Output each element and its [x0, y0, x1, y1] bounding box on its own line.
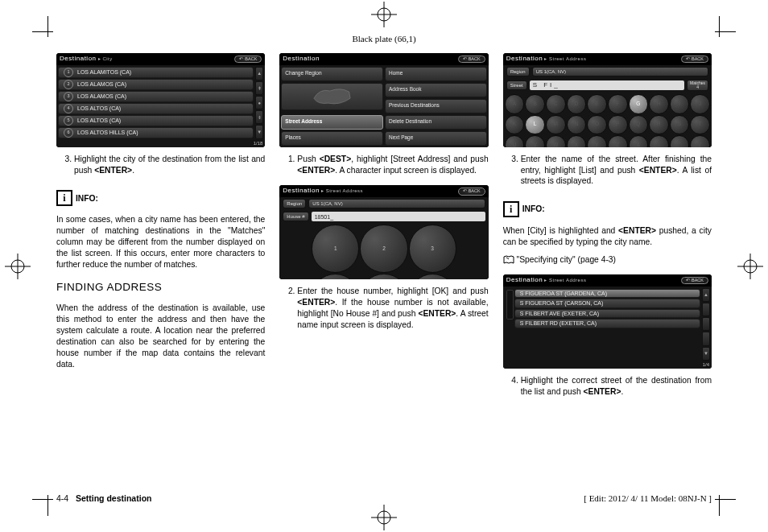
back-button[interactable]: ↶ BACK — [458, 188, 485, 195]
key-W: W — [546, 135, 566, 147]
city-row[interactable]: 3LOS ALAMOS (CA) — [58, 91, 254, 102]
key-G[interactable]: G — [629, 94, 649, 114]
key-P: P — [608, 115, 628, 135]
key-6[interactable]: 6 — [409, 274, 456, 280]
menu-map[interactable] — [281, 83, 383, 110]
menu-delete-dest[interactable]: Delete Destination — [385, 115, 487, 130]
svg-point-9 — [378, 511, 390, 524]
column-1: Destination ▸ City ↶ BACK 1LOS ALAMITOS … — [56, 53, 265, 489]
street-input[interactable]: S FI_ — [530, 80, 684, 90]
key-': ' — [670, 135, 690, 147]
section-title: Setting destination — [76, 493, 152, 503]
street-row[interactable]: S FILBERT AVE (EXETER, CA) — [514, 309, 700, 318]
menu-street-address[interactable]: Street Address — [281, 115, 383, 130]
city-row[interactable]: 6LOS ALTOS HILLS (CA) — [58, 127, 254, 138]
key-3[interactable]: 3 — [409, 225, 456, 272]
key-1[interactable]: 1 — [312, 225, 359, 272]
city-row[interactable]: 1LOS ALAMITOS (CA) — [58, 67, 254, 78]
footer: 4-4 Setting destination [ Edit: 2012/ 4/… — [56, 493, 712, 503]
register-top — [371, 2, 397, 27]
key-L[interactable]: L — [525, 115, 545, 135]
page-count: 1/18 — [254, 140, 263, 146]
key-V: V — [525, 135, 545, 147]
key-2[interactable]: 2 — [360, 225, 407, 272]
content: Black plate (66,1) Destination ▸ City ↶ … — [56, 29, 712, 503]
column-3: Destination ▸ Street Address ↶ BACK Regi… — [503, 53, 712, 489]
svg-point-0 — [11, 260, 24, 273]
street-label: Street — [506, 80, 527, 90]
menu-home[interactable]: Home — [385, 67, 487, 81]
city-row[interactable]: 2LOS ALAMOS (CA) — [58, 79, 254, 90]
menu-places[interactable]: Places — [281, 131, 383, 146]
scrollbar[interactable]: ▲⇞●⇟▼ — [255, 67, 263, 139]
cross-ref: "Specifying city" (page 4-3) — [503, 254, 712, 268]
step-3-street-text: Enter the name of the street. After fini… — [521, 154, 712, 188]
nav-house-number: Destination ▸ Street Address ↶ BACK Regi… — [279, 185, 488, 279]
key-C: C — [546, 94, 566, 114]
step-4: Highlight the correct street of the dest… — [503, 375, 712, 401]
city-row[interactable]: 5LOS ALTOS (CA) — [58, 115, 254, 126]
region-chip[interactable]: Region — [283, 199, 306, 208]
key-5[interactable]: 5 — [360, 274, 407, 280]
key-D: D — [567, 94, 587, 114]
key-4[interactable]: 4 — [312, 274, 359, 280]
back-button[interactable]: ↶ BACK — [458, 56, 485, 63]
house-label: House # — [283, 212, 308, 221]
info-label: INFO: — [76, 193, 98, 204]
key-R: R — [649, 115, 669, 135]
book-icon — [503, 255, 514, 268]
black-plate: Black plate (66,1) — [56, 34, 712, 43]
step-2-text: Enter the house number, highlight [OK] a… — [297, 286, 488, 331]
nav-street-input: Destination ▸ Street Address ↶ BACK Regi… — [503, 53, 712, 147]
back-button[interactable]: ↶ BACK — [681, 56, 708, 63]
menu-grid: Change Region Home Address Book Previous… — [279, 65, 488, 147]
city-row[interactable]: 4LOS ALTOS (CA) — [58, 103, 254, 114]
back-button[interactable]: ↶ BACK — [234, 56, 262, 63]
info-label: INFO: — [522, 204, 545, 215]
step-3-text: Highlight the city of the destination fr… — [74, 154, 265, 176]
step-4-text: Highlight the correct street of the dest… — [521, 375, 712, 398]
region-chip[interactable]: Region — [506, 67, 530, 76]
info-icon: i — [503, 201, 519, 217]
menu-change-region[interactable]: Change Region — [281, 67, 383, 81]
menu-previous-dest[interactable]: Previous Destinations — [385, 99, 487, 113]
key--: - — [649, 135, 669, 147]
info-block: i INFO: — [503, 201, 712, 217]
scrollbar[interactable]: ▲▼ — [702, 288, 710, 361]
edit-stamp: [ Edit: 2012/ 4/ 11 Model: 08NJ-N ] — [584, 493, 712, 503]
key-I: I — [670, 94, 690, 114]
info-body: In some cases, when a city name has been… — [56, 214, 265, 270]
key-B: B — [525, 94, 545, 114]
key-Y: Y — [587, 135, 607, 147]
alpha-keys: ABCDEFGHIJKLMNOPQRSTUVWXYZ&-'/ — [503, 93, 712, 147]
register-right — [737, 254, 763, 279]
city-rows: 1LOS ALAMITOS (CA)2LOS ALAMOS (CA)3LOS A… — [56, 65, 265, 140]
nav-title: Destination — [60, 55, 97, 62]
nav-city-list: Destination ▸ City ↶ BACK 1LOS ALAMITOS … — [56, 53, 265, 147]
nav-destination-menu: Destination ↶ BACK Change Region Home Ad… — [279, 53, 488, 147]
column-2: Destination ↶ BACK Change Region Home Ad… — [279, 53, 488, 489]
street-row[interactable]: S FILBERT RD (EXETER, CA) — [514, 319, 700, 328]
menu-next-page[interactable]: Next Page — [385, 131, 487, 146]
key-/: / — [690, 135, 710, 147]
register-bottom — [371, 505, 397, 530]
house-input[interactable]: 18501_ — [312, 212, 485, 221]
street-rows: S FIGUEROA ST (GARDENA, CA)S FIGUEROA ST… — [503, 287, 712, 331]
back-button[interactable]: ↶ BACK — [681, 277, 708, 284]
key-J: J — [690, 94, 710, 114]
menu-address-book[interactable]: Address Book — [385, 83, 487, 97]
key-K: K — [505, 115, 525, 135]
nav-street-list: Destination ▸ Street Address ↶ BACK S FI… — [503, 274, 712, 369]
key-Z: Z — [608, 135, 628, 147]
street-row[interactable]: S FIGUEROA ST (GARDENA, CA) — [514, 289, 700, 298]
street-row[interactable]: S FIGUEROA ST (CARSON, CA) — [514, 299, 700, 307]
numeric-keys: 1234567890 — [279, 223, 488, 279]
page-number: 4-4 — [56, 493, 68, 503]
key-H: H — [649, 94, 669, 114]
region-value: US 1(CA, NV) — [308, 199, 485, 208]
key-A: A — [505, 94, 525, 114]
columns: Destination ▸ City ↶ BACK 1LOS ALAMITOS … — [56, 53, 712, 489]
key-N: N — [567, 115, 587, 135]
key-O: O — [587, 115, 607, 135]
step-1: Push <DEST>, highlight [Street Address] … — [279, 154, 488, 179]
